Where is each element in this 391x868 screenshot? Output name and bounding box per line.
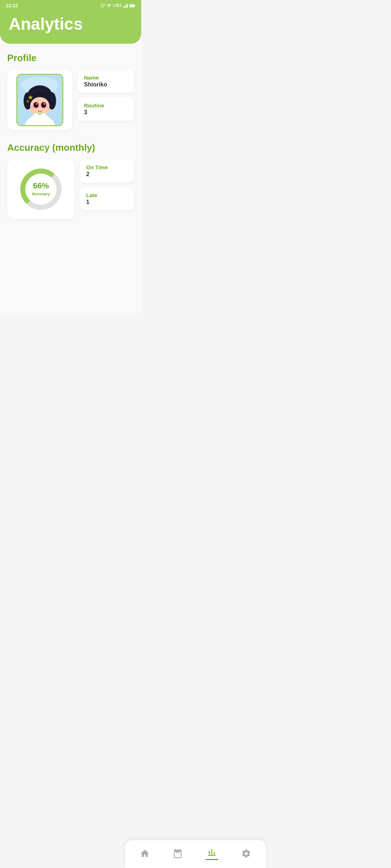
name-value: Shioriko (84, 81, 127, 88)
status-time: 22:12 (6, 3, 18, 8)
profile-section: Profile (7, 52, 134, 131)
lte-label: LTE1 (113, 4, 122, 8)
svg-rect-5 (134, 5, 135, 7)
on-time-label: On Time (86, 164, 127, 170)
routine-value: 3 (84, 109, 127, 116)
svg-point-22 (30, 107, 35, 110)
donut-label: 66% Accuracy (32, 182, 50, 197)
donut-chart: 66% Accuracy (17, 166, 64, 213)
on-time-value: 2 (86, 171, 127, 178)
late-value: 1 (86, 199, 127, 205)
svg-rect-6 (130, 5, 134, 7)
page-title: Analytics (9, 14, 133, 34)
routine-label: Routine (84, 102, 127, 109)
svg-rect-2 (126, 4, 127, 8)
profile-cards: Name Shioriko Routine 3 (7, 69, 134, 131)
svg-point-15 (30, 97, 49, 115)
profile-info-column: Name Shioriko Routine 3 (77, 69, 134, 131)
header: Analytics (0, 10, 141, 44)
svg-point-19 (42, 103, 46, 107)
svg-rect-3 (127, 4, 128, 8)
profile-section-title: Profile (7, 52, 134, 64)
name-label: Name (84, 75, 127, 81)
main-content: Profile (0, 44, 141, 237)
accuracy-cards: 66% Accuracy On Time 2 Late 1 (7, 159, 134, 219)
status-bar: 22:12 LTE1 (0, 0, 141, 10)
name-card: Name Shioriko (77, 69, 134, 93)
svg-rect-1 (125, 5, 125, 7)
svg-point-18 (34, 103, 38, 107)
wifi-icon (106, 3, 112, 8)
late-card: Late 1 (80, 187, 134, 210)
svg-point-23 (45, 107, 49, 110)
avatar-illustration (17, 75, 62, 125)
late-label: Late (86, 192, 127, 198)
signal-icon (123, 3, 128, 8)
avatar-card (7, 69, 72, 131)
avatar (16, 74, 63, 126)
accuracy-section: Accuracy (monthly) (7, 142, 134, 219)
on-time-card: On Time 2 (80, 159, 134, 183)
status-icons: LTE1 (100, 3, 135, 8)
accuracy-text: Accuracy (32, 192, 50, 196)
svg-point-21 (43, 103, 45, 105)
accuracy-chart-card: 66% Accuracy (7, 159, 75, 219)
svg-point-20 (36, 103, 38, 105)
svg-rect-0 (123, 6, 124, 8)
battery-icon (130, 3, 135, 8)
accuracy-info-column: On Time 2 Late 1 (80, 159, 134, 219)
accuracy-section-title: Accuracy (monthly) (7, 142, 134, 153)
accuracy-percent: 66% (32, 182, 50, 190)
alarm-icon (100, 3, 105, 8)
routine-card: Routine 3 (77, 97, 134, 121)
